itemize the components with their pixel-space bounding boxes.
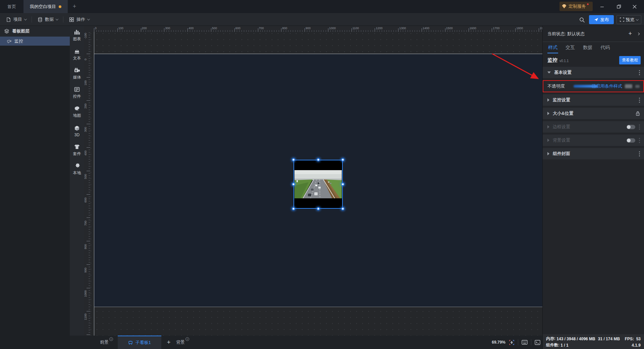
section-border-settings[interactable]: 边框设置 (543, 121, 644, 133)
search-button[interactable] (578, 15, 586, 24)
memory-main: 143 / 3948 / 4096 MB (556, 337, 595, 341)
tab-style[interactable]: 样式 (548, 45, 557, 53)
window-minimize-button[interactable] (595, 0, 609, 13)
h-ruler-label: 800 (282, 27, 287, 30)
section-basic-settings[interactable]: 基本设置 (543, 67, 644, 78)
menu-data[interactable]: 数据 (38, 13, 58, 26)
component-name: 监控 (547, 57, 557, 63)
ruler-corner (84, 26, 90, 32)
window-restore-button[interactable] (611, 0, 626, 13)
design-canvas[interactable] (84, 26, 542, 336)
h-ruler-label: 1400 (423, 27, 429, 30)
kebab-menu-icon[interactable] (639, 124, 640, 130)
menu-data-label: 数据 (45, 16, 54, 22)
menubar: 项目 数据 操作 发布 (0, 13, 644, 26)
toolbox-item-local[interactable]: 本地 (70, 160, 84, 179)
fullscreen-brackets-icon (620, 17, 624, 22)
performance-statusbar: 内存: 143 / 3948 / 4096 MB 31 / 174 MB FPS… (542, 334, 644, 349)
view-tutorial-button[interactable]: 查看教程 (619, 56, 641, 64)
toolbox-item-charts[interactable]: 图表 (70, 26, 84, 45)
v-ruler-label: 900 (84, 265, 87, 276)
add-board-button[interactable]: + (161, 339, 176, 346)
resize-handle-bottom-center[interactable] (317, 207, 320, 210)
custom-service-button[interactable]: 定制服务 (559, 2, 593, 11)
window-close-button[interactable] (627, 0, 642, 13)
add-state-button[interactable]: + (628, 30, 632, 37)
background-group[interactable]: 背景 + (176, 339, 189, 345)
tab-data[interactable]: 数据 (583, 45, 592, 53)
fit-screen-icon[interactable] (509, 340, 515, 345)
opacity-value-field[interactable] (625, 84, 632, 88)
kebab-menu-icon[interactable] (639, 151, 640, 156)
resize-handle-top-center[interactable] (317, 158, 320, 161)
opacity-slider[interactable] (574, 85, 598, 88)
unsaved-dot-icon (59, 5, 61, 8)
v-ruler-label: 1000 (84, 288, 87, 299)
tab-interaction[interactable]: 交互 (566, 45, 575, 53)
resize-handle-middle-right[interactable] (341, 183, 344, 186)
chevron-down-icon (56, 17, 58, 20)
toolbox-item-widgets[interactable]: 控件 (70, 83, 84, 102)
restore-icon (617, 4, 621, 9)
h-ruler-label: 1600 (470, 27, 476, 30)
preview-button[interactable]: 预览 (616, 15, 641, 24)
resize-handle-top-right[interactable] (341, 158, 344, 161)
artboard-bottom-edge (94, 307, 542, 307)
resize-handle-bottom-right[interactable] (341, 207, 344, 210)
kebab-menu-icon[interactable] (639, 70, 640, 75)
kebab-menu-icon[interactable] (639, 138, 640, 143)
gem-icon (561, 4, 567, 9)
menu-project[interactable]: 项目 (6, 13, 26, 26)
toolbox-item-3d[interactable]: 3D (70, 121, 84, 141)
layer-item-monitor[interactable]: 监控 (0, 37, 70, 46)
section-size-position[interactable]: 大小&位置 (543, 108, 644, 119)
layers-icon (4, 29, 9, 34)
widget-icon (74, 86, 80, 93)
resize-handle-middle-left[interactable] (292, 183, 295, 186)
add-foreground-board-icon[interactable]: + (109, 337, 113, 341)
fps-label: FPS: (625, 337, 634, 341)
tab-code[interactable]: 代码 (600, 45, 610, 53)
component-version: v0.1.1 (559, 59, 569, 63)
artboard-top-edge (94, 54, 542, 54)
v-ruler-label: 1100 (84, 311, 87, 322)
h-ruler-label: 1800 (516, 27, 523, 30)
resize-handle-top-left[interactable] (292, 158, 295, 161)
toolbox-item-label: 文本 (73, 55, 81, 61)
section-monitor-settings[interactable]: 监控设置 (543, 94, 644, 106)
menu-operations[interactable]: 操作 (69, 13, 90, 26)
section-background-settings[interactable]: 背景设置 (543, 135, 644, 146)
monitor-component[interactable] (293, 160, 343, 209)
media-icon (74, 67, 80, 73)
section-component-cover[interactable]: 组件封面 (543, 148, 644, 159)
opacity-setting-row[interactable]: 不透明度 已启用条件样式 (543, 80, 644, 92)
v-ruler-label: 200 (84, 101, 87, 111)
toolbox-item-map[interactable]: 地图 (70, 102, 84, 121)
keyboard-icon[interactable] (522, 340, 528, 345)
resize-handle-bottom-left[interactable] (292, 207, 295, 210)
toolbox-item-text[interactable]: 文本 (70, 45, 84, 64)
foreground-group[interactable]: 前景 + (100, 339, 113, 345)
memory-gpu: 31 / 174 MB (598, 337, 620, 341)
toolbox-item-media[interactable]: 媒体 (70, 64, 84, 83)
add-background-board-icon[interactable]: + (185, 337, 189, 341)
tab-project[interactable]: 我的空白项目 (23, 0, 68, 13)
settings-sections: 基本设置 不透明度 已启用条件样式 监控设置 大小&位置 (543, 66, 644, 159)
lock-icon[interactable] (636, 111, 640, 116)
board-tab-sub1[interactable]: 子看板1 (118, 336, 161, 349)
new-tab-button[interactable]: + (68, 0, 80, 13)
background-toggle-off[interactable] (627, 138, 635, 143)
toolbox-item-label: 3D (74, 133, 79, 137)
text-icon (74, 48, 80, 54)
toolbox-item-kits[interactable]: 套件 (70, 141, 84, 160)
zoom-level[interactable]: 69.79% (492, 340, 505, 345)
border-toggle-off[interactable] (627, 125, 635, 129)
preview-label: 预览 (626, 17, 635, 23)
h-ruler-label: 500 (212, 27, 217, 30)
terminal-icon[interactable] (535, 340, 540, 345)
tab-home[interactable]: 首页 (0, 0, 23, 13)
kebab-menu-icon[interactable] (639, 98, 640, 103)
chevron-right-icon[interactable] (637, 32, 640, 35)
publish-button[interactable]: 发布 (589, 15, 614, 24)
triangle-right-icon (547, 98, 549, 102)
